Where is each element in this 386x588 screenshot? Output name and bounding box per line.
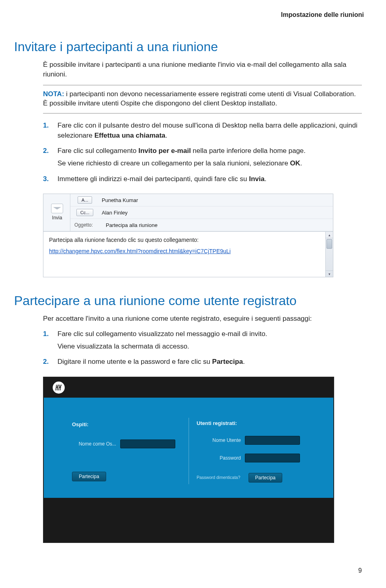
guests-column: Ospiti: Nome come Os... Partecipa: [72, 420, 181, 483]
running-header: Impostazione delle riunioni: [281, 11, 364, 19]
password-input[interactable]: [245, 454, 300, 462]
section1-intro: È possibile invitare i partecipanti a un…: [43, 60, 362, 79]
scroll-up-icon[interactable]: ▴: [326, 232, 333, 238]
cc-value[interactable]: Alan Finley: [99, 210, 333, 216]
to-value[interactable]: Punetha Kumar: [99, 197, 333, 203]
forgot-password-link[interactable]: Password dimenticata?: [197, 475, 243, 480]
subject-value[interactable]: Partecipa alla riunione: [103, 222, 333, 228]
step2-1: Fare clic sul collegamento visualizzato …: [43, 329, 362, 355]
scrollbar[interactable]: ▴ ▾: [325, 232, 333, 277]
note-text: i partecipanti non devono necessariament…: [43, 90, 356, 107]
email-screenshot: Invia A... Punetha Kumar Cc...: [43, 194, 333, 277]
section2-intro: Per accettare l'invito a una riunione co…: [43, 314, 362, 324]
guests-heading: Ospiti:: [72, 421, 88, 427]
to-button[interactable]: A...: [78, 196, 92, 204]
note-label: NOTA:: [43, 90, 64, 98]
note-block: NOTA: i partecipanti non devono necessar…: [43, 85, 362, 114]
hp-logo-icon: [53, 382, 65, 394]
guest-join-button[interactable]: Partecipa: [72, 472, 106, 481]
step-1: Fare clic con il pulsante destro del mou…: [43, 121, 362, 144]
users-column: Utenti registrati: Nome Utente Password …: [197, 420, 305, 483]
page-number: 9: [358, 567, 362, 574]
step-3: Immettere gli indirizzi e-mail dei parte…: [43, 174, 362, 188]
guest-name-input[interactable]: [120, 439, 175, 448]
email-body-text: Partecipa alla riunione facendo clic su …: [49, 237, 322, 243]
cc-button[interactable]: Cc...: [76, 209, 94, 216]
username-label: Nome Utente: [212, 437, 245, 443]
email-link[interactable]: http://changeme.hpvc.com/flex.html?roomd…: [49, 248, 231, 254]
step2-2: Digitare il nome utente e la password e …: [43, 357, 362, 370]
send-label: Invia: [52, 215, 62, 221]
subject-label: Oggetto:: [70, 222, 103, 228]
login-footer: [44, 498, 333, 542]
scroll-thumb[interactable]: [326, 239, 332, 249]
section2-steps: Fare clic sul collegamento visualizzato …: [43, 329, 362, 370]
user-join-button[interactable]: Partecipa: [248, 473, 283, 483]
username-input[interactable]: [245, 436, 300, 445]
users-heading: Utenti registrati:: [197, 420, 237, 426]
scroll-down-icon[interactable]: ▾: [326, 270, 333, 277]
section1-title: Invitare i partecipanti a una riunione: [14, 39, 362, 54]
send-icon: [51, 204, 63, 213]
guest-name-label: Nome come Os...: [79, 441, 120, 447]
send-button[interactable]: Invia: [43, 194, 70, 231]
step-2: Fare clic sul collegamento Invito per e-…: [43, 146, 362, 171]
password-label: Password: [220, 455, 245, 461]
login-screenshot: Ospiti: Nome come Os... Partecipa Utenti…: [43, 377, 334, 543]
section2-title: Partecipare a una riunione come utente r…: [14, 293, 362, 308]
section1-steps: Fare clic con il pulsante destro del mou…: [43, 121, 362, 187]
